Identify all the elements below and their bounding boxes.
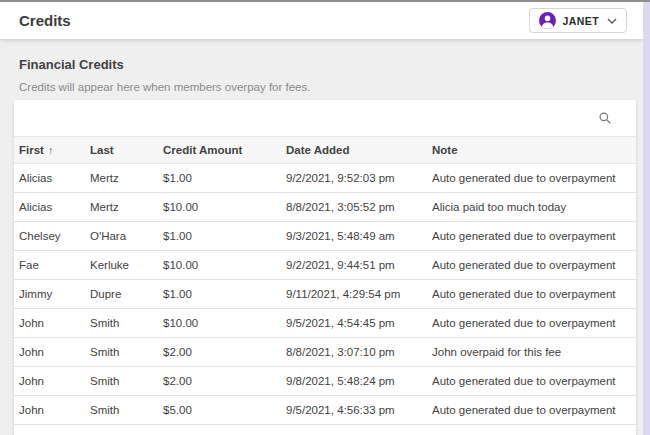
table-cell: John [14, 338, 85, 367]
table-cell: 9/2/2021, 9:52:03 pm [281, 164, 427, 193]
table-cell: Fae [14, 251, 85, 280]
table-cell: $1.00 [158, 222, 281, 251]
table-cell: Auto generated due to overpayment [427, 280, 636, 309]
column-header-note[interactable]: Note [427, 137, 636, 164]
table-cell: $10.00 [158, 309, 281, 338]
table-cell: John [14, 396, 85, 425]
column-label: Date Added [286, 144, 349, 156]
table-cell: John overpaid for this fee [427, 338, 636, 367]
credits-table: First↑LastCredit AmountDate AddedNote Al… [14, 136, 636, 425]
table-row[interactable]: FaeKerluke$10.009/2/2021, 9:44:51 pmAuto… [14, 251, 636, 280]
table-cell: Auto generated due to overpayment [427, 164, 636, 193]
page-title: Credits [19, 12, 71, 29]
section-title: Financial Credits [19, 57, 629, 72]
top-edge [0, 0, 650, 2]
table-cell: Chelsey [14, 222, 85, 251]
app-header: Credits JANET [0, 2, 643, 39]
user-name: JANET [563, 15, 599, 27]
table-row[interactable]: AliciasMertz$1.009/2/2021, 9:52:03 pmAut… [14, 164, 636, 193]
user-menu-button[interactable]: JANET [529, 8, 627, 33]
column-header-credit-amount[interactable]: Credit Amount [158, 137, 281, 164]
table-cell: John [14, 367, 85, 396]
table-cell: 9/5/2021, 4:54:45 pm [281, 309, 427, 338]
chevron-down-icon [607, 18, 617, 24]
table-toolbar [14, 100, 636, 136]
column-label: Last [90, 144, 114, 156]
table-cell: $1.00 [158, 280, 281, 309]
column-label: First [19, 144, 44, 156]
table-cell: Auto generated due to overpayment [427, 367, 636, 396]
table-cell: Alicias [14, 164, 85, 193]
table-header-row: First↑LastCredit AmountDate AddedNote [14, 137, 636, 164]
table-row[interactable]: JohnSmith$5.009/5/2021, 4:56:33 pmAuto g… [14, 396, 636, 425]
column-header-last[interactable]: Last [85, 137, 158, 164]
table-cell: 9/8/2021, 5:48:24 pm [281, 367, 427, 396]
sort-ascending-icon: ↑ [48, 144, 54, 156]
table-cell: Mertz [85, 193, 158, 222]
table-cell: O'Hara [85, 222, 158, 251]
table-cell: 9/3/2021, 5:48:49 am [281, 222, 427, 251]
table-row[interactable]: JohnSmith$2.009/8/2021, 5:48:24 pmAuto g… [14, 367, 636, 396]
table-row[interactable]: JimmyDupre$1.009/11/2021, 4:29:54 pmAuto… [14, 280, 636, 309]
table-cell: Alicia paid too much today [427, 193, 636, 222]
table-cell: 9/2/2021, 9:44:51 pm [281, 251, 427, 280]
table-row[interactable]: ChelseyO'Hara$1.009/3/2021, 5:48:49 amAu… [14, 222, 636, 251]
table-cell: $1.00 [158, 164, 281, 193]
table-cell: 8/8/2021, 3:05:52 pm [281, 193, 427, 222]
column-label: Credit Amount [163, 144, 242, 156]
table-cell: $2.00 [158, 367, 281, 396]
table-cell: Mertz [85, 164, 158, 193]
table-cell: $2.00 [158, 338, 281, 367]
table-cell: Kerluke [85, 251, 158, 280]
table-row[interactable]: JohnSmith$10.009/5/2021, 4:54:45 pmAuto … [14, 309, 636, 338]
section-subtitle: Credits will appear here when members ov… [19, 81, 629, 93]
column-header-date-added[interactable]: Date Added [281, 137, 427, 164]
table-cell: Auto generated due to overpayment [427, 222, 636, 251]
table-cell: $10.00 [158, 251, 281, 280]
table-cell: 9/5/2021, 4:56:33 pm [281, 396, 427, 425]
credits-card: First↑LastCredit AmountDate AddedNote Al… [14, 100, 636, 435]
table-cell: 9/11/2021, 4:29:54 pm [281, 280, 427, 309]
column-label: Note [432, 144, 458, 156]
table-row[interactable]: JohnSmith$2.008/8/2021, 3:07:10 pmJohn o… [14, 338, 636, 367]
table-cell: Jimmy [14, 280, 85, 309]
table-cell: Dupre [85, 280, 158, 309]
table-cell: Smith [85, 338, 158, 367]
column-header-first[interactable]: First↑ [14, 137, 85, 164]
table-cell: Smith [85, 367, 158, 396]
avatar-icon [539, 12, 556, 29]
table-cell: Auto generated due to overpayment [427, 396, 636, 425]
search-icon[interactable] [596, 109, 614, 127]
table-cell: Alicias [14, 193, 85, 222]
table-cell: Auto generated due to overpayment [427, 251, 636, 280]
content-area: Financial Credits Credits will appear he… [0, 39, 643, 435]
table-cell: $5.00 [158, 396, 281, 425]
table-row[interactable]: AliciasMertz$10.008/8/2021, 3:05:52 pmAl… [14, 193, 636, 222]
table-cell: John [14, 309, 85, 338]
table-cell: $10.00 [158, 193, 281, 222]
table-cell: Smith [85, 309, 158, 338]
table-cell: Auto generated due to overpayment [427, 309, 636, 338]
right-edge-strip [643, 0, 650, 435]
table-cell: 8/8/2021, 3:07:10 pm [281, 338, 427, 367]
table-cell: Smith [85, 396, 158, 425]
